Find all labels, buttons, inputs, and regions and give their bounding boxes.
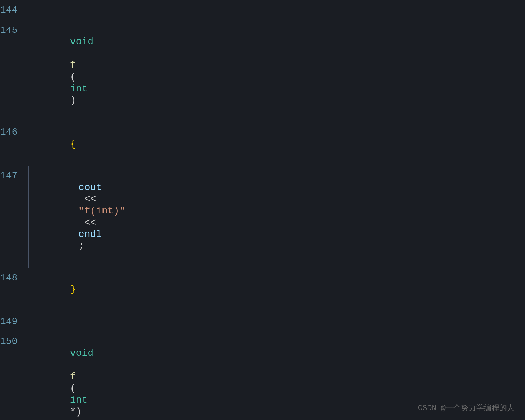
code-line-147: 147 cout << "f(int)" << endl ; [0, 166, 525, 268]
keyword-void-150: void [70, 348, 93, 359]
endl-147: endl [78, 229, 102, 240]
code-editor: 144 145 void f ( int ) 146 { 147 cout <<… [0, 0, 525, 420]
operator-147: << [78, 194, 102, 204]
operator2-147: << [78, 217, 102, 228]
paren-close-145: ) [70, 95, 76, 106]
space-145 [70, 48, 76, 59]
function-name-145: f [70, 60, 76, 70]
code-line-149: 149 [0, 312, 525, 332]
watermark: CSDN @一个努力学编程的人 [418, 403, 515, 413]
line-number-149: 149 [0, 312, 28, 332]
line-number-145: 145 [0, 20, 28, 122]
line-number-150: 150 [0, 331, 28, 420]
line-content-147: cout << "f(int)" << endl ; [40, 166, 525, 268]
star-150: *) [70, 406, 82, 417]
space-150 [70, 359, 76, 370]
line-number-148: 148 [0, 268, 28, 312]
paren-open-145: ( [70, 72, 76, 82]
code-line-148: 148 } [0, 268, 525, 312]
string-147: "f(int)" [78, 205, 125, 216]
keyword-void-145: void [70, 36, 93, 47]
function-name-150: f [70, 371, 76, 382]
line-content-144 [28, 0, 525, 20]
code-line-145: 145 void f ( int ) [0, 20, 525, 122]
line-content-148: } [28, 268, 525, 312]
line-number-144: 144 [0, 0, 28, 20]
keyword-int-145: int [70, 83, 88, 94]
keyword-int-150: int [70, 395, 88, 405]
brace-close-148: } [70, 284, 76, 295]
indent-bar-147 [28, 166, 29, 268]
paren-open-150: ( [70, 383, 76, 394]
semi-147: ; [78, 241, 84, 252]
line-content-149 [28, 312, 525, 332]
line-content-145: void f ( int ) [28, 20, 525, 122]
code-line-146: 146 { [0, 122, 525, 166]
cout-147: cout [78, 182, 102, 193]
line-number-146: 146 [0, 122, 28, 166]
code-line-144: 144 [0, 0, 525, 20]
line-number-147: 147 [0, 166, 28, 268]
brace-open-146: { [70, 138, 76, 149]
line-content-146: { [28, 122, 525, 166]
